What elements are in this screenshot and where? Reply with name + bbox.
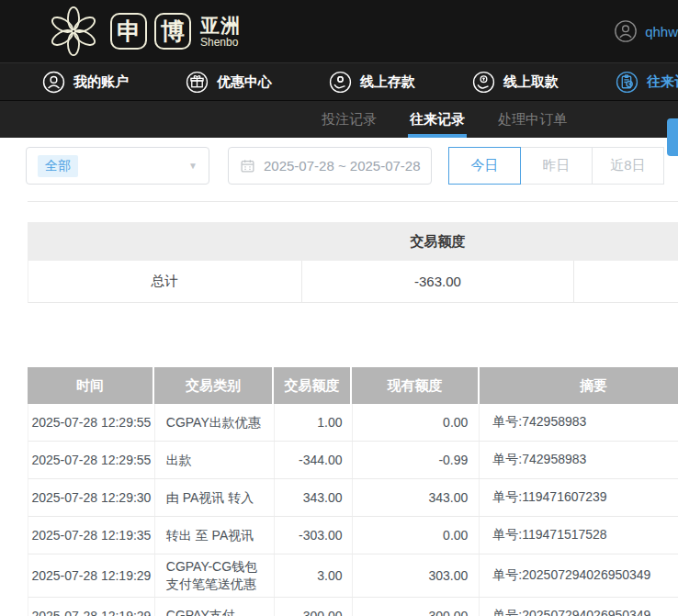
cell-type: 由 PA视讯 转入 [155, 479, 275, 516]
last-8-days-button[interactable]: 近8日 [592, 147, 664, 185]
type-select[interactable]: 全部 ▼ [26, 147, 209, 185]
today-button[interactable]: 今日 [448, 147, 521, 185]
nav-label: 线上取款 [503, 73, 559, 91]
logo-char-box-1: 申 [110, 13, 147, 50]
yesterday-button[interactable]: 昨日 [520, 147, 593, 185]
tab-transaction-records[interactable]: 往来记录 [410, 101, 465, 138]
nav-label: 线上存款 [360, 73, 415, 91]
cell-balance: 300.00 [353, 598, 480, 616]
col-header-memo: 摘要 [480, 367, 678, 404]
main-nav: 我的账户 优惠中心 线上存款 [0, 62, 678, 101]
cell-balance: -0.99 [353, 442, 480, 478]
cell-balance: 303.00 [353, 554, 480, 597]
summary-total-value: -363.00 [302, 261, 575, 302]
deposit-icon [329, 71, 352, 94]
quick-date-buttons: 今日 昨日 近8日 [448, 147, 664, 185]
cell-time: 2025-07-28 12:19:35 [28, 517, 155, 554]
nav-label: 我的账户 [73, 73, 129, 91]
cell-balance: 0.00 [353, 517, 480, 554]
summary-header-row: 交易额度 [28, 222, 678, 261]
col-header-type: 交易类别 [154, 367, 274, 404]
date-range-value: 2025-07-28 ~ 2025-07-28 [264, 158, 421, 174]
cell-type: CGPAY出款优惠 [155, 404, 275, 441]
records-icon [616, 71, 638, 94]
summary-column-header: 交易额度 [301, 233, 574, 251]
cell-amount: -303.00 [275, 517, 353, 554]
logo-region-en: Shenbo [200, 37, 241, 48]
table-row: 2025-07-28 12:29:55 出款 -344.00 -0.99 单号:… [28, 442, 678, 479]
cell-balance: 0.00 [353, 404, 480, 441]
username-label[interactable]: qhhw [645, 24, 678, 39]
flower-logo-icon [48, 6, 99, 57]
calendar-icon [240, 158, 255, 174]
logo-char-box-2: 博 [154, 13, 191, 50]
chevron-down-icon: ▼ [188, 161, 198, 171]
section-divider [28, 201, 678, 202]
col-header-time: 时间 [28, 367, 154, 404]
summary-total-label: 总计 [28, 261, 302, 302]
table-row: 2025-07-28 12:29:30 由 PA视讯 转入 343.00 343… [28, 479, 678, 517]
nav-label: 优惠中心 [217, 73, 272, 91]
cell-type: CGPAY支付 [155, 598, 275, 616]
user-account[interactable]: qhhw [614, 19, 678, 43]
sub-nav: 投注记录 往来记录 处理中订单 [0, 101, 678, 138]
cell-amount: 300.00 [275, 598, 353, 616]
cell-amount: 343.00 [275, 479, 353, 516]
table-row: 2025-07-28 12:19:29 CGPAY-CG钱包支付笔笔送优惠 3.… [28, 554, 678, 598]
type-select-value: 全部 [38, 155, 78, 177]
user-avatar-icon [614, 19, 638, 43]
cell-memo: 单号:202507294026950349 [480, 598, 678, 616]
cell-time: 2025-07-28 12:29:55 [28, 442, 155, 478]
date-range-picker[interactable]: 2025-07-28 ~ 2025-07-28 [228, 147, 432, 185]
cell-memo: 单号:119471517528 [480, 517, 678, 554]
cell-time: 2025-07-28 12:29:30 [28, 479, 155, 516]
cell-amount: 3.00 [275, 554, 353, 597]
cell-time: 2025-07-28 12:29:55 [28, 404, 155, 441]
nav-item-withdraw[interactable]: 线上取款 [472, 71, 559, 94]
filter-bar: 全部 ▼ 2025-07-28 ~ 2025-07-28 今日 昨日 近8日 [26, 147, 678, 185]
nav-label: 往来记录 [647, 73, 678, 91]
brand-logo[interactable]: 申 博 亚洲 Shenbo [48, 6, 241, 57]
cell-type: 转出 至 PA视讯 [155, 517, 275, 554]
cell-amount: -344.00 [275, 442, 353, 478]
cell-type: 出款 [155, 442, 275, 478]
search-button[interactable] [667, 118, 678, 156]
nav-item-records[interactable]: 往来记录 [616, 71, 678, 94]
tab-betting-records[interactable]: 投注记录 [322, 101, 377, 138]
cell-amount: 1.00 [275, 404, 353, 441]
cell-time: 2025-07-28 12:19:29 [28, 598, 155, 616]
table-row: 2025-07-28 12:19:29 CGPAY支付 300.00 300.0… [28, 598, 678, 616]
cell-balance: 343.00 [353, 479, 480, 516]
nav-item-my-account[interactable]: 我的账户 [42, 71, 129, 94]
table-row: 2025-07-28 12:19:35 转出 至 PA视讯 -303.00 0.… [28, 517, 678, 554]
cell-type: CGPAY-CG钱包支付笔笔送优惠 [155, 554, 275, 597]
transactions-table: 时间 交易类别 交易额度 现有额度 摘要 2025-07-28 12:29:55… [28, 367, 678, 616]
top-header: 申 博 亚洲 Shenbo qhhw [0, 0, 678, 62]
summary-total-row: 总计 -363.00 [28, 261, 678, 303]
cell-memo: 单号:119471607239 [480, 479, 678, 516]
table-row: 2025-07-28 12:29:55 CGPAY出款优惠 1.00 0.00 … [28, 404, 678, 442]
logo-region-cn: 亚洲 [200, 16, 241, 35]
summary-table: 交易额度 总计 -363.00 [28, 222, 678, 303]
nav-item-promotions[interactable]: 优惠中心 [186, 71, 272, 94]
summary-empty-cell [574, 261, 678, 302]
account-icon [42, 71, 65, 94]
cell-memo: 单号:742958983 [480, 442, 678, 478]
table-header-row: 时间 交易类别 交易额度 现有额度 摘要 [28, 367, 678, 404]
cell-memo: 单号:742958983 [480, 404, 678, 441]
cell-time: 2025-07-28 12:19:29 [28, 554, 155, 597]
withdraw-icon [472, 71, 495, 94]
cell-memo: 单号:202507294026950349 [480, 554, 678, 597]
col-header-balance: 现有额度 [352, 367, 480, 404]
nav-item-deposit[interactable]: 线上存款 [329, 71, 415, 94]
col-header-amount: 交易额度 [274, 367, 352, 404]
gift-icon [186, 71, 209, 94]
logo-region: 亚洲 Shenbo [200, 16, 241, 48]
tab-processing-orders[interactable]: 处理中订单 [498, 101, 567, 138]
